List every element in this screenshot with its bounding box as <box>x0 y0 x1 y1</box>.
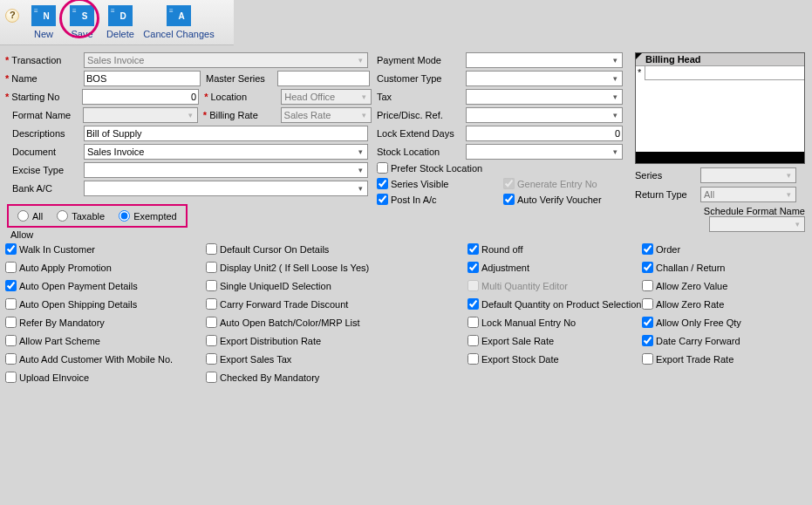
tax-combo[interactable] <box>466 89 623 105</box>
tax-label: Tax <box>377 92 466 102</box>
cancel-icon: A <box>167 5 191 26</box>
chevron-down-icon <box>354 181 367 195</box>
descriptions-input[interactable] <box>84 126 368 141</box>
allow-option-checkbox[interactable]: Display Unit2 ( If Sell Loose Is Yes) <box>206 262 467 273</box>
allow-option-checkbox[interactable]: Default Quantity on Product Selection <box>467 298 642 310</box>
billing-head-footer <box>636 152 804 163</box>
document-label: Document <box>12 147 84 157</box>
series-combo[interactable] <box>700 167 796 183</box>
excise-type-combo[interactable] <box>84 162 368 178</box>
allow-option-checkbox[interactable]: Single UniqueID Selection <box>206 280 467 291</box>
allow-option-checkbox[interactable]: Upload EInvoice <box>5 372 206 383</box>
chevron-down-icon <box>358 108 371 122</box>
chevron-down-icon <box>791 217 804 231</box>
chevron-down-icon <box>609 72 622 85</box>
allow-option-checkbox[interactable]: Checked By Mandatory <box>206 372 467 383</box>
allow-option-checkbox[interactable]: Refer By Mandatory <box>5 317 206 328</box>
billing-rate-combo[interactable]: Sales Rate <box>281 107 372 123</box>
payment-mode-combo[interactable] <box>466 52 623 68</box>
cancel-label: Cancel Changes <box>140 29 218 39</box>
series-label: Series <box>635 170 700 181</box>
allow-option-checkbox[interactable]: Auto Open Payment Details <box>5 280 206 291</box>
allow-option-checkbox[interactable]: Export Distribution Rate <box>206 335 467 346</box>
radio-exempted[interactable]: Exempted <box>119 210 177 222</box>
transaction-combo[interactable]: Sales Invoice <box>84 52 368 68</box>
save-label: Save <box>63 29 101 39</box>
billing-head-title: Billing Head <box>636 53 804 66</box>
allow-option-checkbox[interactable]: Walk In Customer <box>5 243 206 255</box>
chevron-down-icon <box>184 108 197 122</box>
allow-option-checkbox[interactable]: Auto Open Batch/Color/MRP List <box>206 317 467 328</box>
auto-verify-voucher-checkbox[interactable]: Auto Verify Voucher <box>503 194 630 205</box>
billing-head-input[interactable] <box>645 66 804 80</box>
chevron-down-icon <box>609 145 622 159</box>
allow-option-checkbox[interactable]: Allow Zero Rate <box>642 298 808 310</box>
document-combo[interactable]: Sales Invoice <box>84 144 368 160</box>
bank-ac-combo[interactable] <box>84 181 368 196</box>
new-row-indicator: * <box>638 67 641 78</box>
allow-option-checkbox[interactable]: Allow Part Scheme <box>5 335 206 346</box>
delete-icon: D <box>108 5 133 26</box>
new-button[interactable]: N New <box>24 3 63 39</box>
allow-option-checkbox[interactable]: Export Sale Rate <box>467 335 642 346</box>
radio-taxable[interactable]: Taxable <box>57 210 105 222</box>
allow-option-checkbox[interactable]: Order <box>642 243 808 255</box>
series-visible-checkbox[interactable]: Series Visible <box>377 178 503 189</box>
allow-option-checkbox[interactable]: Export Sales Tax <box>206 353 467 365</box>
chevron-down-icon <box>782 168 795 182</box>
allow-option-checkbox[interactable]: Carry Forward Trade Discount <box>206 298 467 310</box>
help-icon[interactable] <box>5 9 19 23</box>
allow-option-checkbox[interactable]: Auto Add Customer With Mobile No. <box>5 353 206 365</box>
allow-option-checkbox[interactable]: Export Trade Rate <box>642 353 808 365</box>
delete-button[interactable]: D Delete <box>101 3 140 39</box>
stock-location-label: Stock Location <box>377 147 466 157</box>
radio-all[interactable]: All <box>17 210 43 222</box>
master-series-label: Master Series <box>206 73 277 84</box>
allow-option-checkbox[interactable]: Export Stock Date <box>467 353 642 365</box>
lock-extend-label: Lock Extend Days <box>377 128 466 139</box>
descriptions-label: Descriptions <box>12 128 84 139</box>
location-combo[interactable]: Head Office <box>281 89 372 105</box>
new-label: New <box>24 29 63 39</box>
save-button[interactable]: S Save <box>63 3 101 39</box>
price-disc-combo[interactable] <box>466 107 623 123</box>
allow-option-checkbox: Multi Quantity Editor <box>467 280 642 291</box>
allow-option-checkbox[interactable]: Date Carry Forward <box>642 335 808 346</box>
location-label: Location <box>204 92 281 102</box>
format-name-label: Format Name <box>12 110 83 120</box>
lock-extend-input[interactable] <box>466 126 623 141</box>
allow-section-label: Allow <box>10 229 372 240</box>
schedule-format-combo[interactable] <box>709 216 805 232</box>
prefer-stock-checkbox[interactable]: Prefer Stock Location <box>377 162 503 174</box>
allow-option-checkbox[interactable]: Allow Only Free Qty <box>642 317 808 328</box>
allow-options-grid: Walk In CustomerDefault Cursor On Detail… <box>0 243 812 388</box>
chevron-down-icon <box>354 163 367 177</box>
schedule-format-label: Schedule Format Name <box>635 206 805 216</box>
master-series-input[interactable] <box>277 71 370 86</box>
billing-head-panel: Billing Head * <box>635 52 805 164</box>
return-type-combo[interactable]: All <box>700 187 796 202</box>
bank-ac-label: Bank A/C <box>12 183 84 194</box>
cancel-changes-button[interactable]: A Cancel Changes <box>140 3 218 39</box>
allow-option-checkbox[interactable]: Lock Manual Entry No <box>467 317 642 328</box>
allow-option-checkbox[interactable]: Challan / Return <box>642 262 808 273</box>
allow-option-checkbox[interactable]: Adjustment <box>467 262 642 273</box>
new-icon: N <box>31 5 56 26</box>
stock-location-combo[interactable] <box>466 144 623 160</box>
allow-option-checkbox[interactable]: Round off <box>467 243 642 255</box>
starting-no-input[interactable] <box>82 89 199 105</box>
customer-type-label: Customer Type <box>377 73 466 84</box>
starting-no-label: Starting No <box>12 92 82 102</box>
allow-option-checkbox[interactable]: Auto Open Shipping Details <box>5 298 206 310</box>
chevron-down-icon <box>782 188 795 201</box>
name-input[interactable] <box>84 71 201 86</box>
customer-type-combo[interactable] <box>466 71 623 86</box>
allow-option-checkbox[interactable]: Default Cursor On Details <box>206 243 467 255</box>
chevron-down-icon <box>354 145 367 159</box>
allow-option-checkbox[interactable]: Allow Zero Value <box>642 280 808 291</box>
chevron-down-icon <box>609 108 622 122</box>
save-icon: S <box>70 5 94 26</box>
format-name-combo[interactable] <box>83 107 198 123</box>
allow-option-checkbox[interactable]: Auto Apply Promotion <box>5 262 206 273</box>
post-in-ac-checkbox[interactable]: Post In A/c <box>377 194 503 205</box>
